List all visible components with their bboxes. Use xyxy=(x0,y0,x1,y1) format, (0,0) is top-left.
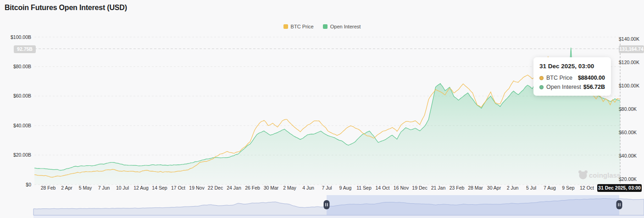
main-chart-area[interactable]: coinglass xyxy=(0,0,644,218)
coinglass-watermark: coinglass xyxy=(578,170,621,179)
tooltip-row-btc-price: BTC Price $88400.00 xyxy=(539,75,605,81)
tooltip-date: 31 Dec 2025, 03:00 xyxy=(539,63,605,70)
open-interest-max-badge: 92.75B xyxy=(14,45,36,53)
chart-tooltip: 31 Dec 2025, 03:00 BTC Price $88400.00 O… xyxy=(533,57,611,96)
navigator-selected-window[interactable] xyxy=(327,195,619,215)
btc-price-dot-icon xyxy=(539,76,544,80)
tooltip-value: $88400.00 xyxy=(578,75,605,81)
btc-price-max-badge: 131,164.74 xyxy=(619,45,644,53)
crosshair-date-label: 31 Dec 2025, 03:00 xyxy=(597,184,642,192)
navigator-baseline-strip xyxy=(33,215,644,218)
open-interest-dot-icon xyxy=(539,85,544,89)
navigator-handle-right[interactable] xyxy=(616,200,622,209)
tooltip-label: Open Interest xyxy=(546,84,581,90)
tooltip-row-open-interest: Open Interest $56.72B xyxy=(539,84,605,90)
watermark-text: coinglass xyxy=(589,171,621,179)
tooltip-label: BTC Price xyxy=(546,75,572,81)
tooltip-value: $56.72B xyxy=(583,84,605,90)
navigator-handle-left[interactable] xyxy=(324,200,330,209)
